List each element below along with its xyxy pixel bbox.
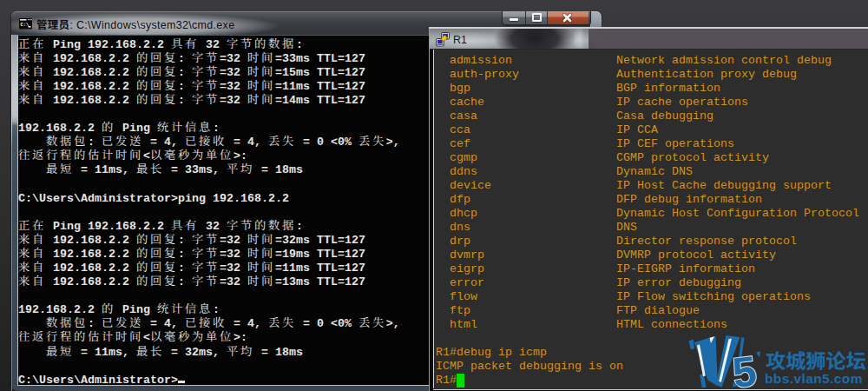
- svg-text:攻城狮论坛: 攻城狮论坛: [766, 345, 866, 374]
- svg-text:bbs.vlan5.com: bbs.vlan5.com: [765, 371, 863, 386]
